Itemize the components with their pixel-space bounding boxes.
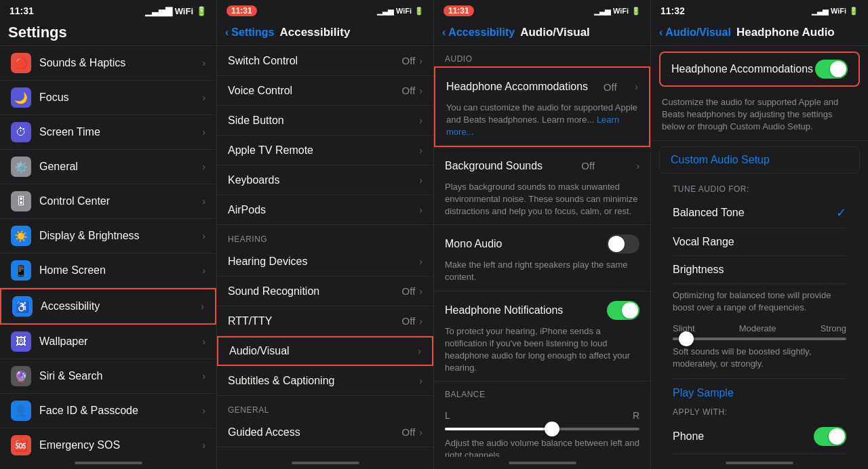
label-audio-visual: Audio/Visual [229,345,418,357]
label-rtt-tty: RTT/TTY [228,315,402,327]
time-pill-3: 11:31 [443,5,474,16]
chevron-voice-control: › [419,85,422,96]
chevron-siri: › [202,371,205,382]
accessibility-item-side-button[interactable]: Side Button › [217,106,433,136]
settings-item-home-screen[interactable]: 📱 Home Screen › [0,253,216,288]
settings-list-2: Switch Control Off › Voice Control Off ›… [217,46,433,457]
accessibility-item-apple-tv[interactable]: Apple TV Remote › [217,136,433,165]
settings-list-4: Headphone Accommodations Customize the a… [651,46,868,457]
tune-option-balanced-tone[interactable]: Balanced Tone ✓ [673,198,846,228]
settings-item-general[interactable]: ⚙️ General › [0,150,216,184]
icon-general: ⚙️ [11,157,31,177]
boost-sub: Soft sounds will be boosted slightly, mo… [673,346,846,370]
apply-toggle-phone[interactable] [814,427,846,446]
accessibility-item-voice-control[interactable]: Voice Control Off › [217,76,433,106]
accessibility-item-audio-visual[interactable]: Audio/Visual › [217,336,433,366]
headphone-describe-text: Customize the audio for supported Apple … [651,92,868,141]
headphone-accommodations-row[interactable]: Headphone Accommodations [659,52,860,87]
status-icons-3: ▁▃▅ WiFi 🔋 [594,7,641,16]
settings-item-siri[interactable]: 🔮 Siri & Search › [0,359,216,394]
back-label-3[interactable]: Accessibility [448,26,515,39]
icon-faceid: 👤 [11,401,31,421]
settings-item-emergency[interactable]: 🆘 Emergency SOS › [0,428,216,457]
settings-item-display[interactable]: ☀️ Display & Brightness › [0,219,216,253]
toggle-headphone-notifications[interactable] [607,301,639,320]
label-screen-time: Screen Time [39,126,202,138]
apply-section: APPLY WITH: Phone Media Transparency Mod… [673,407,846,457]
label-wallpaper: Wallpaper [39,335,202,348]
boost-slider-section: Slight Moderate Strong Soft sounds will … [673,321,846,379]
apply-row-phone[interactable]: Phone [673,420,846,454]
subtitle-background-sounds: Plays background sounds to mask unwanted… [445,181,639,218]
settings-item-sounds[interactable]: 🔴 Sounds & Haptics › [0,46,216,81]
chevron-hearing-devices: › [419,256,422,267]
learn-more-link[interactable]: Learn more... [446,115,619,137]
boost-thumb[interactable] [679,331,694,346]
audio-section-label: AUDIO [434,46,650,66]
back-button-4[interactable]: ‹ [659,26,663,39]
balance-container: L R Adjust the audio volume balance betw… [434,402,650,457]
label-guided-access: Guided Access [228,426,402,439]
label-airpods: AirPods [228,204,419,216]
label-sounds: Sounds & Haptics [39,57,202,69]
chevron-keyboards: › [419,175,422,186]
accessibility-item-hearing-devices[interactable]: Hearing Devices › [217,247,433,277]
accessibility-item-subtitles[interactable]: Subtitles & Captioning › [217,366,433,396]
value-headphone-accommodations: Off [604,81,617,93]
audio-row-background-sounds[interactable]: Background SoundsOff› Plays background s… [434,147,650,226]
settings-item-screen-time[interactable]: ⏱ Screen Time › [0,115,216,150]
audio-row-headphone-notifications[interactable]: Headphone Notifications To protect your … [434,291,650,382]
toggle-mono-audio[interactable] [607,234,639,253]
settings-list-3: AUDIO Headphone AccommodationsOff› You c… [434,46,650,457]
custom-audio-setup-button[interactable]: Custom Audio Setup [659,146,860,174]
chevron-sounds: › [202,58,205,68]
settings-item-focus[interactable]: 🌙 Focus › [0,81,216,115]
settings-item-faceid[interactable]: 👤 Face ID & Passcode › [0,394,216,428]
label-faceid: Face ID & Passcode [39,405,202,417]
balance-section: BALANCE L R Adjust the audio volume bala… [434,382,650,457]
accessibility-item-airpods[interactable]: AirPods › [217,195,433,225]
label-home-screen: Home Screen [39,264,202,277]
back-label-2[interactable]: Settings [231,26,274,39]
back-label-4[interactable]: Audio/Visual [665,26,731,39]
accessibility-item-sound-recognition[interactable]: Sound Recognition Off › [217,277,433,306]
accessibility-item-keyboards[interactable]: Keyboards › [217,165,433,195]
chevron-display: › [202,230,205,241]
chevron-airpods: › [419,205,422,216]
chevron-accessibility: › [201,301,204,312]
label-control-center: Control Center [39,195,202,207]
tune-wrapper: TUNE AUDIO FOR: Balanced Tone ✓ Vocal Ra… [662,179,857,457]
value-rtt-tty: Off [402,315,416,327]
balance-track[interactable] [445,428,639,430]
home-indicator-4 [651,457,868,469]
balance-thumb[interactable] [545,422,559,436]
settings-item-accessibility[interactable]: ♿ Accessibility › [0,288,216,325]
boost-label-moderate: Moderate [739,323,776,333]
signal-icon: ▁▃▅▇ [145,6,172,16]
boost-track[interactable] [673,338,846,340]
signal-icon-4: ▁▃▅ [812,7,828,16]
chevron-side-button: › [419,115,422,126]
accessibility-item-rtt-tty[interactable]: RTT/TTY Off › [217,306,433,336]
tune-option-brightness[interactable]: Brightness [673,256,846,284]
audio-row-headphone-accommodations[interactable]: Headphone AccommodationsOff› You can cus… [434,66,650,147]
accessibility-item-guided-access[interactable]: Guided Access Off › [217,417,433,447]
back-button-3[interactable]: ‹ [442,26,446,39]
label-general: General [39,161,202,173]
play-sample-button[interactable]: Play Sample [673,384,846,402]
headphone-accommodations-toggle[interactable] [815,60,848,79]
icon-sounds: 🔴 [11,53,31,73]
tune-check-balanced-tone: ✓ [836,205,846,220]
time-pill-2: 11:31 [226,5,257,16]
audio-row-mono-audio[interactable]: Mono Audio Make the left and right speak… [434,225,650,291]
tune-option-vocal-range[interactable]: Vocal Range [673,228,846,256]
accessibility-item-switch-control[interactable]: Switch Control Off › [217,46,433,76]
back-button-2[interactable]: ‹ [225,26,229,39]
accessibility-item-siri2[interactable]: Siri › [217,447,433,457]
audio-row-title-mono-audio: Mono Audio [445,238,502,250]
settings-item-wallpaper[interactable]: 🖼 Wallpaper › [0,325,216,359]
settings-item-control-center[interactable]: 🎛 Control Center › [0,184,216,219]
label-focus: Focus [39,91,202,104]
label-emergency: Emergency SOS [39,439,202,451]
headphone-accommodations-label: Headphone Accommodations [671,63,813,75]
